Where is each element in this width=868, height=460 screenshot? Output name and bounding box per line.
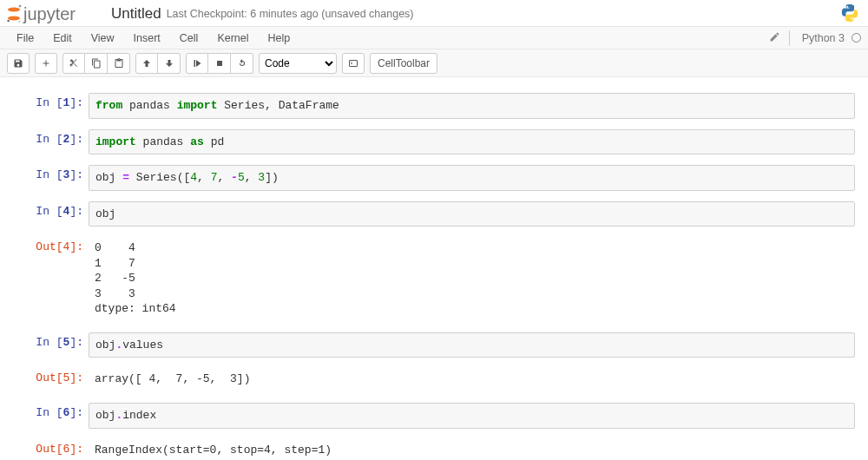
cell-type-select[interactable]: Code <box>259 53 337 74</box>
output-prompt: Out[4]: <box>21 237 89 320</box>
interrupt-button[interactable] <box>208 53 231 74</box>
svg-rect-10 <box>351 63 352 64</box>
output-cell: Out[6]:RangeIndex(start=0, stop=4, step=… <box>10 437 858 460</box>
menu-edit[interactable]: Edit <box>43 29 82 48</box>
code-cell[interactable]: In [2]:import pandas as pd <box>10 127 858 158</box>
kernel-status-indicator <box>852 33 861 43</box>
divider <box>789 30 790 46</box>
code-cell[interactable]: In [5]:obj.values <box>10 330 858 361</box>
menu-cell[interactable]: Cell <box>170 29 208 48</box>
python-logo-icon <box>840 3 859 25</box>
svg-point-2 <box>19 5 22 8</box>
menu-insert[interactable]: Insert <box>124 29 170 48</box>
run-button[interactable] <box>186 53 208 74</box>
jupyter-logo[interactable]: jupyter <box>7 3 102 24</box>
input-prompt: In [2]: <box>21 129 89 155</box>
command-palette-button[interactable] <box>342 53 365 74</box>
output-cell: Out[5]:array([ 4, 7, -5, 3]) <box>10 365 858 393</box>
output-prompt: Out[6]: <box>21 439 89 460</box>
edit-icon[interactable] <box>769 31 780 45</box>
cut-button[interactable] <box>62 53 85 74</box>
code-input[interactable]: obj.index <box>89 403 855 429</box>
input-prompt: In [6]: <box>21 403 89 429</box>
code-input[interactable]: import pandas as pd <box>89 129 855 155</box>
menubar: FileEditViewInsertCellKernelHelp Python … <box>0 26 868 49</box>
input-prompt: In [4]: <box>21 201 89 227</box>
kernel-name[interactable]: Python 3 <box>802 32 845 44</box>
celltoolbar-button[interactable]: CellToolbar <box>370 53 437 74</box>
svg-rect-7 <box>217 61 222 66</box>
output-cell: Out[4]:0 4 1 7 2 -5 3 3 dtype: int64 <box>10 234 858 323</box>
checkpoint-status: Last Checkpoint: 6 minutes ago (unsaved … <box>167 8 414 20</box>
svg-rect-8 <box>350 60 358 66</box>
code-input[interactable]: obj <box>89 201 855 227</box>
svg-point-0 <box>8 7 20 11</box>
code-cell[interactable]: In [1]:from pandas import Series, DataFr… <box>10 90 858 122</box>
restart-button[interactable] <box>231 53 253 74</box>
output-text: RangeIndex(start=0, stop=4, step=1) <box>89 439 855 460</box>
cell-run-indicator <box>13 332 17 358</box>
input-prompt: In [3]: <box>21 165 89 191</box>
copy-button[interactable] <box>85 53 108 74</box>
code-cell[interactable]: In [3]:obj = Series([4, 7, -5, 3]) <box>10 162 858 194</box>
output-prompt: Out[5]: <box>21 368 89 391</box>
cell-run-indicator <box>13 129 17 155</box>
add-cell-button[interactable] <box>35 53 57 74</box>
toolbar: Code CellToolbar <box>0 49 868 77</box>
menu-kernel[interactable]: Kernel <box>207 29 258 48</box>
output-text: 0 4 1 7 2 -5 3 3 dtype: int64 <box>89 237 855 320</box>
input-prompt: In [1]: <box>21 93 89 119</box>
cell-run-indicator <box>13 93 17 119</box>
svg-point-1 <box>8 16 20 20</box>
cell-run-indicator <box>13 165 17 191</box>
menu-view[interactable]: View <box>82 29 124 48</box>
svg-text:jupyter: jupyter <box>23 4 76 23</box>
notebook-area: In [1]:from pandas import Series, DataFr… <box>0 77 868 460</box>
input-prompt: In [5]: <box>21 332 89 358</box>
save-button[interactable] <box>7 53 30 74</box>
code-input[interactable]: obj.values <box>89 332 855 358</box>
menu-help[interactable]: Help <box>259 29 300 48</box>
output-text: array([ 4, 7, -5, 3]) <box>89 368 855 391</box>
cell-run-indicator <box>13 201 17 227</box>
code-input[interactable]: from pandas import Series, DataFrame <box>89 93 855 119</box>
code-input[interactable]: obj = Series([4, 7, -5, 3]) <box>89 165 855 191</box>
svg-rect-9 <box>351 62 352 62</box>
move-down-button[interactable] <box>158 53 181 74</box>
svg-point-3 <box>7 20 9 22</box>
svg-point-4 <box>19 21 21 23</box>
cell-run-indicator <box>13 403 17 429</box>
code-cell[interactable]: In [4]:obj <box>10 199 858 230</box>
code-cell[interactable]: In [6]:obj.index <box>10 400 858 431</box>
svg-rect-6 <box>194 60 196 67</box>
move-up-button[interactable] <box>135 53 158 74</box>
menu-file[interactable]: File <box>7 29 43 48</box>
notebook-title[interactable]: Untitled <box>111 5 161 23</box>
paste-button[interactable] <box>108 53 130 74</box>
notebook-header: jupyter Untitled Last Checkpoint: 6 minu… <box>0 0 868 26</box>
